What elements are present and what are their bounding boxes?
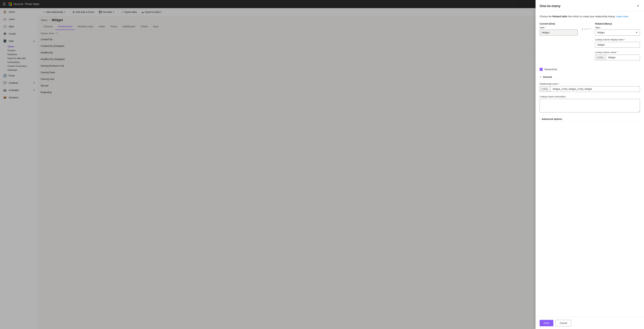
chevron-icon: ▼	[540, 76, 542, 78]
description-label: Lookup column description	[540, 95, 640, 98]
panel-body: Choose the Related table from which to c…	[536, 11, 644, 317]
desc-after: from which to create your relationship l…	[567, 15, 616, 18]
lookup-name-input[interactable]	[606, 55, 640, 60]
lookup-name-group: Lookup column name * cr25d_	[595, 51, 640, 60]
hierarchical-label: Hierarchical	[544, 68, 557, 71]
lookup-name-prefix: cr25d_	[595, 55, 606, 60]
hierarchical-checkbox[interactable]: ✓	[540, 68, 543, 71]
rel-name-prefix: cr25d_	[540, 86, 550, 92]
general-section-header[interactable]: ▼ General	[540, 74, 640, 80]
related-table-select[interactable]: Widget ▼	[595, 30, 640, 36]
lookup-name-label: Lookup column name *	[595, 51, 640, 54]
done-button[interactable]: Done	[540, 320, 553, 326]
required-star: *	[545, 27, 546, 29]
related-table-label: Table *	[595, 27, 640, 29]
dropdown-icon: ▼	[636, 31, 638, 34]
advanced-options-title: Advanced options	[542, 118, 562, 120]
advanced-options-header[interactable]: › Advanced options	[540, 116, 640, 122]
connector-line	[584, 29, 589, 29]
panel-description: Choose the Related table from which to c…	[540, 15, 640, 18]
relationship-layout: Current (One) Table * Widget 1 * Related…	[540, 22, 640, 64]
panel-close-button[interactable]: ✕	[636, 4, 640, 9]
required-star4: *	[617, 51, 618, 54]
current-column: Current (One) Table * Widget	[540, 22, 578, 36]
lookup-name-field: cr25d_	[595, 55, 640, 60]
lookup-display-group: Lookup column display name *	[595, 38, 640, 48]
current-table-value: Widget	[540, 30, 578, 36]
description-group: Lookup column description	[540, 95, 640, 113]
required-star2: *	[600, 27, 601, 29]
desc-bold: Related table	[552, 15, 567, 18]
description-textarea[interactable]	[540, 99, 640, 112]
related-header: Related (Many)	[595, 22, 640, 25]
one-to-many-panel: One-to-many ✕ Choose the Related table f…	[536, 0, 644, 329]
general-section-title: General	[543, 76, 552, 78]
related-column: Related (Many) Table * Widget ▼ Lookup c…	[595, 22, 640, 64]
cancel-button[interactable]: Cancel	[555, 320, 571, 326]
relationship-name-field: cr25d_	[540, 86, 640, 92]
current-table-label: Table *	[540, 27, 578, 29]
panel-header: One-to-many ✕	[536, 0, 644, 11]
learn-more-link[interactable]: Learn more	[616, 15, 628, 18]
check-icon: ✓	[540, 68, 542, 71]
rel-connector: 1 *	[582, 22, 591, 30]
current-header: Current (One)	[540, 22, 578, 25]
desc-before: Choose the	[540, 15, 552, 18]
lookup-display-input[interactable]	[595, 42, 640, 48]
lookup-display-label: Lookup column display name *	[595, 38, 640, 41]
relationship-name-label: Relationship name *	[540, 83, 640, 85]
required-star3: *	[624, 38, 625, 41]
connector-one: 1	[582, 28, 583, 30]
panel-title: One-to-many	[540, 4, 560, 8]
hierarchical-row: ✓ Hierarchical	[540, 68, 640, 71]
relationship-name-input[interactable]	[550, 86, 640, 92]
relationship-name-group: Relationship name * cr25d_	[540, 83, 640, 92]
connector-asterisk: *	[590, 28, 591, 30]
required-star5: *	[558, 83, 560, 85]
panel-footer: Done Cancel	[536, 317, 644, 329]
related-table-value: Widget	[597, 31, 605, 34]
chevron-advanced-icon: ›	[540, 118, 540, 120]
